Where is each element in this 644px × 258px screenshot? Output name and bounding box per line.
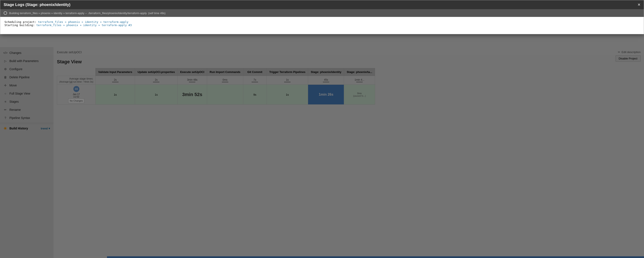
modal-title: Stage Logs (Stage: phoenix/identity) [4,2,70,7]
stage-logs-modal: Stage Logs (Stage: phoenix/identity) × B… [0,0,644,34]
modal-breadcrumb: Building terraform_files » phoenix » ide… [0,9,644,17]
modal-title-bar: Stage Logs (Stage: phoenix/identity) × [0,0,644,9]
breadcrumb-text: Building terraform_files » phoenix » ide… [9,12,147,15]
scheduling-link[interactable]: terraform_files » phoenix » identity » t… [38,20,128,24]
modal-overlay [0,0,644,258]
self-time-text: (self time 49s) [148,12,166,15]
modal-log-content: Scheduling project: terraform_files » ph… [0,17,644,34]
starting-link[interactable]: terraform_files » phoenix » identity » t… [36,24,132,27]
modal-close-button[interactable]: × [638,2,640,7]
log-line-2: Starting building: terraform_files » pho… [4,24,640,27]
building-icon [4,11,7,15]
log-line-1: Scheduling project: terraform_files » ph… [4,20,640,24]
